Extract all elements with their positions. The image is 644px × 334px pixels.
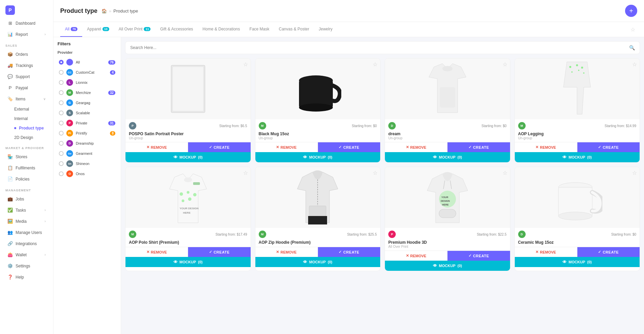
sidebar-item-integrations[interactable]: 🔗 Integrations bbox=[2, 238, 51, 249]
remove-button-2[interactable]: ✕ REMOVE bbox=[255, 142, 318, 152]
sidebar-item-orders[interactable]: 📦 Orders bbox=[2, 49, 51, 59]
tab-aop-label: All Over Print bbox=[119, 27, 143, 31]
sidebar-item-paypal[interactable]: P Paypal bbox=[2, 82, 51, 93]
remove-button-5[interactable]: ✕ REMOVE bbox=[125, 247, 188, 257]
breadcrumb: 🏠 » Product type bbox=[101, 8, 138, 14]
filter-avatar-scalable: S bbox=[66, 110, 73, 116]
mockup-button-2[interactable]: 👁 MOCKUP(0) bbox=[255, 152, 381, 162]
sidebar-item-fulfilments[interactable]: 📋 Fulfilments bbox=[2, 163, 51, 173]
create-button-3[interactable]: ✓ CREATE bbox=[447, 142, 510, 152]
tab-apparel[interactable]: Apparel 10 bbox=[82, 22, 114, 37]
home-icon[interactable]: 🏠 bbox=[101, 8, 107, 14]
card-actions-7: ✕ REMOVE ✓ CREATE bbox=[385, 251, 510, 261]
create-button-2[interactable]: ✓ CREATE bbox=[318, 142, 380, 152]
sidebar-sub-2d-design[interactable]: 2D Design bbox=[2, 133, 51, 142]
tab-all[interactable]: All 76 bbox=[60, 22, 82, 37]
sidebar-item-settings[interactable]: ⚙️ Settings bbox=[2, 261, 51, 271]
remove-button-1[interactable]: ✕ REMOVE bbox=[125, 142, 188, 152]
sidebar-sub-external[interactable]: External bbox=[2, 105, 51, 114]
create-button-4[interactable]: ✓ CREATE bbox=[577, 142, 640, 152]
active-dot bbox=[14, 127, 16, 129]
sidebar-item-help[interactable]: ❓ Help bbox=[2, 272, 51, 282]
sidebar-item-jobs[interactable]: 💼 Jobs bbox=[2, 194, 51, 204]
filter-private[interactable]: P Private 31 bbox=[58, 118, 117, 128]
sidebar-item-label: Items bbox=[16, 97, 25, 101]
product-card-6: ☆ bbox=[255, 167, 381, 271]
svg-point-13 bbox=[583, 72, 584, 74]
filter-radio-dreamship bbox=[59, 141, 64, 146]
filter-dreamship[interactable]: D Dreamship bbox=[58, 138, 117, 148]
provider-icon-7: P bbox=[388, 231, 396, 238]
section-label-management: MANAGEMENT bbox=[0, 185, 53, 193]
sidebar-item-wallet[interactable]: 👛 Wallet › bbox=[2, 249, 51, 260]
mockup-button-7[interactable]: 👁 MOCKUP(0) bbox=[385, 261, 510, 271]
create-button-8[interactable]: ✓ CREATE bbox=[577, 247, 640, 257]
remove-button-4[interactable]: ✕ REMOVE bbox=[515, 142, 577, 152]
remove-button-3[interactable]: ✕ REMOVE bbox=[385, 142, 447, 152]
filter-merchize[interactable]: M Merchize 32 bbox=[58, 88, 117, 98]
product-info-2: M Starting from: $0 bbox=[255, 119, 381, 131]
remove-button-6[interactable]: ✕ REMOVE bbox=[255, 247, 318, 257]
sidebar-item-media[interactable]: 🖼️ Media › bbox=[2, 216, 51, 226]
filter-scalable[interactable]: S Scalable bbox=[58, 108, 117, 118]
tab-home[interactable]: Home & Decorations bbox=[198, 22, 245, 37]
star-button-4[interactable]: ☆ bbox=[632, 61, 637, 68]
media-icon: 🖼️ bbox=[7, 219, 13, 224]
star-button-2[interactable]: ☆ bbox=[373, 61, 377, 68]
star-button-5[interactable]: ☆ bbox=[243, 170, 248, 176]
tab-gift-label: Gift & Accessories bbox=[160, 27, 193, 31]
sidebar-item-items[interactable]: 🏷️ Items ∨ bbox=[2, 94, 51, 104]
filter-onos[interactable]: O Onos bbox=[58, 169, 117, 179]
sidebar-item-label: Stores bbox=[16, 154, 27, 159]
tab-all-over-print[interactable]: All Over Print 11 bbox=[114, 22, 156, 37]
remove-button-7[interactable]: ✕ REMOVE bbox=[385, 251, 447, 261]
filter-printify[interactable]: Pi Printify 8 bbox=[58, 128, 117, 138]
tab-jewelry[interactable]: Jewelry bbox=[314, 22, 337, 37]
remove-x-icon: ✕ bbox=[535, 145, 538, 149]
sidebar-item-report[interactable]: 📊 Report › bbox=[2, 29, 51, 40]
filter-radio-merchize bbox=[59, 90, 64, 95]
search-input[interactable] bbox=[130, 45, 626, 50]
tab-canvas[interactable]: Canvas & Poster bbox=[274, 22, 314, 37]
sidebar-sub-internal[interactable]: Internal bbox=[2, 114, 51, 123]
add-product-button[interactable]: + bbox=[625, 5, 637, 17]
sidebar-item-support[interactable]: 💬 Support bbox=[2, 71, 51, 82]
tab-all-label: All bbox=[65, 27, 69, 31]
favorite-tab-button[interactable]: ☆ bbox=[628, 26, 637, 33]
mockup-button-6[interactable]: 👁 MOCKUP(0) bbox=[255, 257, 381, 267]
sidebar-item-policies[interactable]: 📄 Policies bbox=[2, 174, 51, 184]
sidebar-sub-product-type[interactable]: Product type bbox=[2, 124, 51, 133]
product-name-8: Ceramic Mug 15oz bbox=[515, 239, 640, 245]
filter-gearment[interactable]: Ge Gearment bbox=[58, 148, 117, 159]
sidebar-item-manage-users[interactable]: 👥 Manage Users bbox=[2, 227, 51, 238]
filter-shineon[interactable]: Sh Shineon bbox=[58, 159, 117, 169]
star-button-1[interactable]: ☆ bbox=[243, 61, 248, 68]
filter-customcat[interactable]: CC CustomCat 4 bbox=[58, 67, 117, 77]
filter-lionnix[interactable]: L Lionnix bbox=[58, 77, 117, 88]
create-button-5[interactable]: ✓ CREATE bbox=[188, 247, 250, 257]
star-button-8[interactable]: ☆ bbox=[632, 170, 637, 176]
tab-face-mask[interactable]: Face Mask bbox=[245, 22, 274, 37]
svg-rect-33 bbox=[439, 209, 456, 218]
star-button-7[interactable]: ☆ bbox=[503, 170, 507, 176]
filter-geargag[interactable]: G Geargag bbox=[58, 98, 117, 108]
create-button-1[interactable]: ✓ CREATE bbox=[188, 142, 250, 152]
mockup-button-1[interactable]: 👁 MOCKUP(0) bbox=[125, 152, 251, 162]
sidebar-item-tasks[interactable]: ✅ Tasks › bbox=[2, 205, 51, 215]
sidebar-item-stores[interactable]: 🏪 Stores bbox=[2, 151, 51, 162]
star-button-3[interactable]: ☆ bbox=[503, 61, 507, 68]
tab-gift[interactable]: Gift & Accessories bbox=[155, 22, 198, 37]
filter-all[interactable]: All 76 bbox=[58, 57, 117, 67]
filter-label-private: Private bbox=[76, 121, 106, 125]
mockup-button-3[interactable]: 👁 MOCKUP(0) bbox=[385, 152, 510, 162]
mockup-button-8[interactable]: 👁 MOCKUP(0) bbox=[515, 257, 640, 267]
mockup-button-4[interactable]: 👁 MOCKUP(0) bbox=[515, 152, 640, 162]
create-button-7[interactable]: ✓ CREATE bbox=[447, 251, 510, 261]
sidebar-item-trackings[interactable]: 🚚 Trackings bbox=[2, 60, 51, 71]
star-button-6[interactable]: ☆ bbox=[373, 170, 377, 176]
svg-point-4 bbox=[299, 103, 333, 112]
create-button-6[interactable]: ✓ CREATE bbox=[318, 247, 380, 257]
remove-button-8[interactable]: ✕ REMOVE bbox=[515, 247, 577, 257]
sidebar-item-dashboard[interactable]: ⊞ Dashboard bbox=[2, 18, 51, 28]
mockup-button-5[interactable]: 👁 MOCKUP(0) bbox=[125, 257, 251, 267]
